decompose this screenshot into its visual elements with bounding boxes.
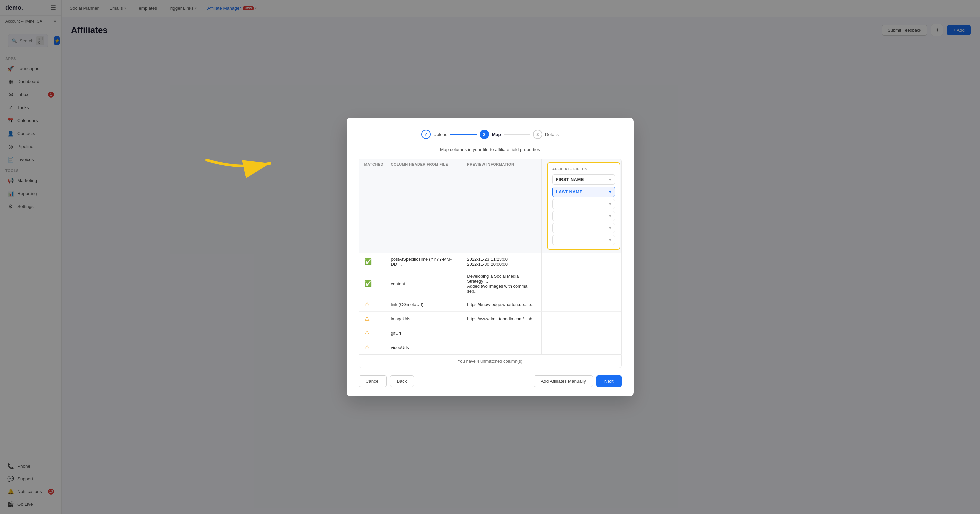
cancel-button[interactable]: Cancel: [359, 375, 387, 387]
table-row-5-field: [541, 326, 621, 340]
affiliate-field-select-2[interactable]: Last Name ▾: [552, 187, 615, 197]
step-line-1: [450, 134, 477, 135]
step-2-label: Map: [492, 132, 501, 137]
table-row-4-matched: ⚠: [359, 312, 386, 326]
table-row-5-column: gifUrl: [386, 326, 462, 340]
chevron-down-icon: ▾: [609, 226, 611, 230]
map-modal: ✓ Upload 2 Map 3 Details: [347, 118, 633, 396]
column-value: videoUrls: [391, 345, 409, 350]
status-warn-icon: ⚠: [364, 344, 370, 351]
table-row-5-preview: [462, 326, 541, 340]
step-upload: ✓ Upload: [422, 130, 448, 139]
table-row-3-field: [541, 297, 621, 312]
steps-indicator: ✓ Upload 2 Map 3 Details: [359, 130, 622, 139]
column-value: link (OGmetaUrl): [391, 302, 424, 307]
table-row-3-preview: https://knowledge.wharton.up... e...: [462, 297, 541, 312]
column-value: postAtSpecificTime (YYYY-MM-DD ...: [391, 257, 457, 267]
column-value: gifUrl: [391, 331, 401, 336]
step-map: 2 Map: [480, 130, 501, 139]
table-row-3-matched: ⚠: [359, 297, 386, 312]
column-value: content: [391, 281, 406, 286]
table-row-1-field: [541, 253, 621, 270]
affiliate-fields-panel: AFFILIATE FIELDS First Name ▾ Last Name …: [547, 162, 620, 250]
chevron-down-icon: ▾: [609, 214, 611, 218]
footer-left: Cancel Back: [359, 375, 414, 387]
table-row-6-matched: ⚠: [359, 340, 386, 354]
preview-value: Developing a Social Media Strategy ...Ad…: [467, 274, 536, 293]
affiliate-panel-title: AFFILIATE FIELDS: [552, 167, 615, 171]
table-row-2-preview: Developing a Social Media Strategy ...Ad…: [462, 270, 541, 297]
table-row-2-matched: ✅: [359, 270, 386, 297]
affiliate-field-select-4[interactable]: ▾: [552, 211, 615, 221]
mapping-table: MATCHED COLUMN HEADER FROM FILE PREVIEW …: [359, 159, 622, 355]
table-row-4-column: imageUrls: [386, 312, 462, 326]
th-column-header: COLUMN HEADER FROM FILE: [386, 159, 462, 253]
map-subtitle: Map columns in your file to affiliate fi…: [359, 147, 622, 152]
column-value: imageUrls: [391, 316, 411, 321]
checkmark-icon: ✓: [424, 132, 428, 137]
table-row-6-column: videoUrls: [386, 340, 462, 354]
th-affiliate-fields: AFFILIATE FIELDS First Name ▾ Last Name …: [541, 159, 621, 253]
preview-value: 2022-11-23 11:23:002022-11-30 20:00:00: [467, 257, 508, 267]
affiliate-field-select-5[interactable]: ▾: [552, 223, 615, 233]
step-3-label: Details: [545, 132, 558, 137]
field-label-2: Last Name: [556, 189, 582, 194]
table-row-4-preview: https://www.im...topedia.com/...nb...: [462, 312, 541, 326]
affiliate-field-select-3[interactable]: ▾: [552, 199, 615, 209]
status-ok-icon: ✅: [364, 258, 372, 265]
status-warn-icon: ⚠: [364, 301, 370, 308]
footer-right: Add Affiliates Manually Next: [533, 375, 621, 387]
status-warn-icon: ⚠: [364, 315, 370, 322]
table-row-2-column: content: [386, 270, 462, 297]
affiliate-field-select-6[interactable]: ▾: [552, 235, 615, 245]
main-area: Social Planner Emails ▾ Templates Trigge…: [62, 0, 980, 514]
step-3-circle: 3: [533, 130, 542, 139]
chevron-down-icon: ▾: [609, 238, 611, 242]
field-label-1: First Name: [556, 177, 584, 182]
preview-value: https://www.im...topedia.com/...nb...: [467, 316, 536, 321]
status-ok-icon: ✅: [364, 280, 372, 287]
table-row-1-preview: 2022-11-23 11:23:002022-11-30 20:00:00: [462, 253, 541, 270]
chevron-down-icon: ▾: [609, 201, 611, 206]
preview-value: https://knowledge.wharton.up... e...: [467, 302, 535, 307]
step-1-circle: ✓: [422, 130, 431, 139]
table-row-6-preview: [462, 340, 541, 354]
unmatched-note: You have 4 unmatched column(s): [359, 355, 622, 368]
step-details: 3 Details: [533, 130, 558, 139]
th-preview: PREVIEW INFORMATION: [462, 159, 541, 253]
affiliate-field-select-1[interactable]: First Name ▾: [552, 175, 615, 185]
add-affiliates-manually-button[interactable]: Add Affiliates Manually: [533, 375, 593, 387]
step-line-2: [503, 134, 530, 135]
table-row-5-matched: ⚠: [359, 326, 386, 340]
status-warn-icon: ⚠: [364, 329, 370, 337]
step-2-circle: 2: [480, 130, 489, 139]
table-row-1-matched: ✅: [359, 253, 386, 270]
step-1-label: Upload: [433, 132, 448, 137]
table-row-4-field: [541, 312, 621, 326]
table-row-2-field: [541, 270, 621, 297]
page-content: Affiliates Submit Feedback ⬇ + Add ✓: [62, 17, 980, 514]
modal-footer: Cancel Back Add Affiliates Manually Next: [359, 375, 622, 387]
table-row-6-field: [541, 340, 621, 354]
modal-overlay: ✓ Upload 2 Map 3 Details: [62, 17, 980, 514]
table-row-1-column: postAtSpecificTime (YYYY-MM-DD ...: [386, 253, 462, 270]
th-matched: MATCHED: [359, 159, 386, 253]
back-button[interactable]: Back: [390, 375, 414, 387]
table-row-3-column: link (OGmetaUrl): [386, 297, 462, 312]
chevron-down-icon: ▾: [609, 177, 611, 182]
next-button[interactable]: Next: [596, 375, 622, 387]
chevron-down-icon: ▾: [609, 190, 611, 194]
